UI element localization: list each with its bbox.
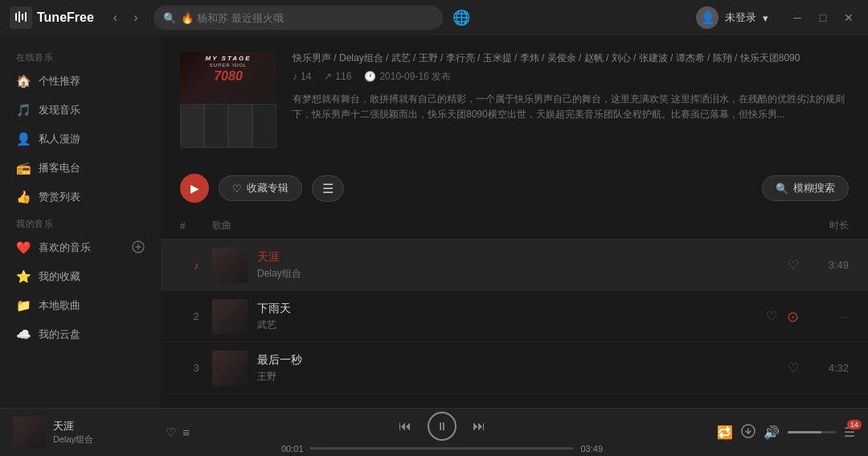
share-count: ↗ 116	[324, 71, 351, 82]
track-duration: 4:32	[809, 362, 849, 374]
queue-now-button[interactable]: ≡	[182, 425, 190, 440]
nav-forward-button[interactable]: ›	[127, 7, 144, 28]
track-thumbnail	[212, 351, 248, 386]
radio-icon: 📻	[16, 161, 31, 175]
track-info: 最后一秒 王野	[257, 353, 788, 384]
album-meta: ♪ 14 ↗ 116 🕐 2010-09-16 发布	[293, 70, 849, 84]
volume-button[interactable]: 🔊	[764, 425, 780, 440]
search-bar[interactable]: 🔍	[154, 6, 443, 30]
sidebar-item-collected[interactable]: ⭐ 我的收藏	[0, 262, 161, 291]
track-number: ♪	[180, 259, 212, 272]
nav-back-button[interactable]: ‹	[107, 7, 124, 28]
search-input[interactable]	[181, 12, 433, 24]
repeat-button[interactable]: 🔁	[717, 425, 733, 440]
sidebar: 在线音乐 🏠 个性推荐 🎵 发现音乐 👤 私人漫游 📻 播客电台 👍 赞赏列表 …	[0, 35, 161, 408]
sidebar-item-local[interactable]: 📁 本地歌曲	[0, 291, 161, 320]
sidebar-item-radio[interactable]: 📻 播客电台	[0, 154, 161, 183]
track-info: 天涯 Delay组合	[257, 250, 788, 281]
volume-bar[interactable]	[788, 431, 836, 433]
sidebar-item-label: 播客电台	[39, 161, 145, 175]
track-thumbnail	[212, 299, 248, 335]
maximize-button[interactable]: □	[813, 8, 833, 27]
track-info: 下雨天 武艺	[257, 302, 766, 332]
album-artists: 快乐男声 / Delay组合 / 武艺 / 王野 / 李行亮 / 玉米提 / 李…	[293, 51, 849, 65]
current-time: 00:01	[281, 444, 304, 454]
like-now-button[interactable]: ♡	[166, 425, 176, 440]
sidebar-item-label: 私人漫游	[39, 132, 145, 146]
col-duration: 时长	[800, 219, 849, 232]
sidebar-item-discover[interactable]: 🎵 发现音乐	[0, 96, 161, 125]
album-description: 有梦想就有舞台，敢拼搏就有自己的精彩，一个属于快乐男声自己的舞台，这里充满欢笑 …	[293, 92, 849, 122]
svg-rect-2	[22, 14, 23, 20]
sidebar-item-liked[interactable]: ❤️ 喜欢的音乐	[0, 233, 161, 262]
sidebar-item-praise[interactable]: 👍 赞赏列表	[0, 183, 161, 212]
next-button[interactable]: ⏭	[473, 419, 485, 433]
track-actions: ♡ ⊙	[766, 308, 799, 326]
list-icon: ☰	[322, 181, 334, 196]
content-area: MY STAGE SUPER IDOL 7080 快乐男声 / Delay组合 …	[161, 35, 868, 408]
release-date: 🕐 2010-09-16 发布	[364, 70, 451, 84]
window-controls: ─ □ ✕	[788, 8, 858, 27]
close-button[interactable]: ✕	[839, 8, 858, 27]
avatar: 👤	[696, 6, 719, 29]
like-track-button[interactable]: ♡	[788, 360, 799, 376]
download-button[interactable]	[741, 424, 755, 442]
user-area[interactable]: 👤 未登录 ▾	[696, 6, 768, 29]
liked-badge	[132, 240, 145, 255]
collect-button[interactable]: ♡ 收藏专辑	[219, 175, 302, 201]
col-num: #	[180, 220, 212, 232]
sidebar-item-recommend[interactable]: 🏠 个性推荐	[0, 67, 161, 96]
playing-icon: ♪	[194, 259, 199, 272]
player-bar: 天涯 Delay组合 ♡ ≡ ⏮ ⏸ ⏭ 00:01 03:49 🔁	[0, 408, 868, 456]
action-bar: ▶ ♡ 收藏专辑 ☰ 🔍 模糊搜索	[161, 164, 868, 212]
sidebar-item-wander[interactable]: 👤 私人漫游	[0, 125, 161, 154]
music-icon: 🎵	[16, 103, 31, 117]
app-name: TuneFree	[37, 10, 94, 25]
list-button[interactable]: ☰	[312, 175, 344, 202]
fuzzy-search-button[interactable]: 🔍 模糊搜索	[762, 175, 849, 201]
track-title: 下雨天	[257, 302, 766, 316]
thumbsup-icon: 👍	[16, 190, 31, 204]
table-row[interactable]: 3 最后一秒 王野 ♡ 4:32	[161, 343, 868, 394]
online-section-title: 在线音乐	[0, 45, 161, 67]
heart-icon: ❤️	[16, 240, 31, 255]
share-icon: ↗	[324, 71, 332, 82]
track-artist: 武艺	[257, 318, 766, 332]
svg-rect-0	[15, 13, 17, 21]
progress-fill	[310, 447, 312, 450]
user-label: 未登录	[725, 10, 756, 25]
tracklist-header: # 歌曲 时长	[161, 212, 868, 240]
progress-area: 00:01 03:49	[281, 444, 603, 454]
volume-fill	[788, 431, 821, 433]
app-logo: TuneFree	[10, 6, 94, 29]
like-track-button[interactable]: ♡	[766, 309, 777, 324]
prev-button[interactable]: ⏮	[399, 419, 411, 433]
sidebar-item-label: 喜欢的音乐	[39, 240, 124, 255]
table-row[interactable]: 2 下雨天 武艺 ♡ ⊙ ···	[161, 291, 868, 343]
titlebar-right: 👤 未登录 ▾ ─ □ ✕	[696, 6, 858, 29]
track-artist: 王野	[257, 370, 788, 384]
sidebar-item-label: 本地歌曲	[39, 298, 145, 313]
svg-rect-3	[25, 12, 27, 22]
pause-button[interactable]: ⏸	[428, 412, 457, 441]
svg-rect-1	[18, 11, 20, 23]
player-controls: ⏮ ⏸ ⏭ 00:01 03:49	[199, 412, 685, 454]
queue-badge: 14	[847, 420, 862, 429]
track-actions: ♡	[788, 257, 799, 273]
download-icon: ⊙	[787, 308, 799, 326]
minimize-button[interactable]: ─	[788, 8, 807, 27]
table-row[interactable]: ♪ 天涯 Delay组合 ♡ 3:49	[161, 240, 868, 291]
like-track-button[interactable]: ♡	[788, 257, 799, 273]
play-button[interactable]: ▶	[180, 174, 209, 203]
sidebar-item-cloud[interactable]: ☁️ 我的云盘	[0, 320, 161, 349]
progress-bar[interactable]	[310, 447, 575, 450]
home-icon: 🏠	[16, 74, 31, 88]
nav-arrows: ‹ ›	[107, 7, 145, 28]
sidebar-item-label: 我的云盘	[39, 327, 145, 342]
chevron-down-icon: ▾	[763, 12, 768, 24]
track-duration: 3:49	[809, 259, 849, 271]
track-thumbnail	[212, 248, 248, 283]
globe-button[interactable]: 🌐	[452, 9, 470, 27]
queue-button[interactable]: ☰ 14	[844, 425, 855, 440]
col-title: 歌曲	[212, 219, 800, 232]
